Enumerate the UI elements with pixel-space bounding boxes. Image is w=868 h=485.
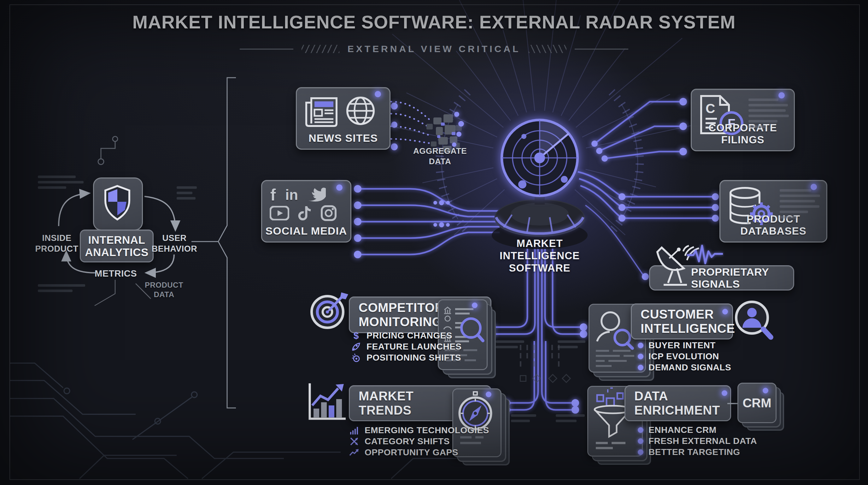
bullet-opportunity-gaps: OPPORTUNITY GAPS [349, 447, 458, 458]
competitor-corner-dot [472, 303, 477, 308]
bullet-better-targeting: BETTER TARGETING [638, 447, 740, 457]
customer-intelligence-title: CUSTOMER INTELLIGENCE [632, 304, 732, 339]
subtitle-right-hatch [529, 45, 566, 53]
facebook-icon: f [270, 186, 276, 204]
competitor-target-icon [308, 291, 349, 332]
bullet-dot [638, 343, 644, 348]
globe-icon [345, 95, 376, 126]
bullet-dot [638, 365, 644, 370]
decorative-glyphs [520, 375, 540, 382]
bullet-dot [638, 438, 644, 444]
bullet-emerging-technologies: EMERGING TECHNOLOGIES [349, 425, 489, 436]
newspaper-icon [304, 96, 342, 129]
inside-product-label: INSIDE PRODUCT [32, 233, 82, 255]
metrics-label: METRICS [95, 268, 135, 279]
bullet-category-shifts: CATEGORY SHIFTS [349, 436, 450, 447]
subtitle-right-line [575, 49, 628, 50]
crossed-arrows-icon [349, 436, 360, 447]
database-text-lines [780, 189, 821, 221]
product-data-label: PRODUCT DATA [144, 280, 185, 299]
subtitle-row: EXTERNAL VIEW CRITICAL [0, 44, 868, 54]
twitter-icon [308, 187, 326, 202]
instagram-icon [321, 205, 337, 221]
trends-compass-card [452, 389, 501, 457]
databases-corner-dot [811, 184, 817, 190]
decorative-glyphs [550, 375, 569, 382]
mini-bars-icon [349, 425, 360, 436]
decorative-text-block [38, 176, 85, 192]
decorative-text-block [177, 186, 199, 202]
tiktok-icon [298, 205, 312, 221]
internal-analytics-box: INTERNAL ANALYTICS [80, 230, 154, 262]
internal-analytics-label: INTERNAL ANALYTICS [81, 232, 153, 260]
corporate-filings-box: C F CORPORATE FILINGS [691, 89, 795, 151]
bullet-buyer-intent: BUYER INTENT [638, 340, 716, 350]
bullet-dot [638, 449, 644, 455]
enrichment-corner-dot [722, 390, 727, 396]
circuit-decoration [98, 136, 118, 165]
aggregate-data-label: AGGREGATE DATA [413, 146, 467, 166]
decorative-text-block [556, 414, 586, 425]
product-databases-box: PRODUCT DATABASES [719, 180, 827, 242]
customer-magnifier-icon [734, 299, 775, 343]
trend-arrow-icon [349, 447, 360, 458]
market-trends-title: MARKET TRENDS [350, 386, 443, 421]
decorative-text-block [511, 414, 538, 425]
decorative-text-block [558, 340, 588, 351]
crm-corner-dot [763, 388, 768, 394]
customer-corner-dot [722, 309, 728, 314]
bullet-enhance-crm: ENHANCE CRM [638, 425, 717, 435]
social-icons-row-1: f in [270, 186, 326, 204]
bullet-icp-evolution: ICP EVOLUTION [638, 351, 719, 362]
data-enrichment-title: DATA ENRICHMENT [625, 386, 730, 421]
shield-icon [101, 184, 133, 223]
bullet-feature-launches: FEATURE LAUNCHES [351, 341, 461, 352]
subtitle-left-hatch [302, 45, 339, 53]
social-icons-row-2 [270, 205, 337, 221]
bullet-demand-signals: DEMAND SIGNALS [638, 363, 731, 373]
rocket-icon [351, 341, 362, 352]
social-media-label: SOCIAL MEDIA [262, 225, 350, 237]
news-corner-dot [375, 91, 381, 97]
infographic-canvas: MARKET INTELLIGENCE SOFTWARE: EXTERNAL R… [0, 0, 868, 485]
dollar-icon: $ [353, 330, 359, 341]
crm-card: CRM [737, 383, 777, 423]
corporate-text-lines [748, 98, 789, 131]
social-corner-dot [336, 184, 343, 191]
bullet-dot [638, 354, 644, 359]
subtitle-left-line [240, 49, 293, 50]
user-behavior-label: USER BEHAVIOR [151, 233, 198, 255]
bullet-positioning-shifts: POSITIONING SHIFTS [351, 352, 461, 363]
decorative-text-block [496, 340, 526, 351]
linkedin-icon: in [285, 186, 298, 203]
group-bracket [191, 78, 236, 408]
data-enrichment-box: DATA ENRICHMENT [624, 385, 731, 421]
market-intelligence-software-label: MARKET INTELLIGENCE SOFTWARE [497, 237, 582, 275]
customer-intelligence-box: CUSTOMER INTELLIGENCE [631, 304, 733, 339]
positioning-icon [351, 352, 362, 363]
compass-icon [453, 389, 499, 454]
bullet-dot [638, 427, 644, 433]
bullet-pricing-changes: $ PRICING CHANGES [351, 330, 452, 341]
page-title: MARKET INTELLIGENCE SOFTWARE: EXTERNAL R… [0, 11, 868, 32]
internal-analytics-shield-box [93, 177, 143, 230]
news-sites-label: NEWS SITES [297, 132, 390, 144]
svg-text:C: C [706, 101, 715, 116]
bullet-fresh-external-data: FRESH EXTERNAL DATA [638, 436, 757, 446]
trend-chart-icon [305, 381, 352, 423]
page-subtitle: EXTERNAL VIEW CRITICAL [348, 44, 520, 54]
crm-label: CRM [742, 396, 771, 410]
decorative-text-block [38, 284, 88, 295]
youtube-icon [270, 206, 289, 220]
signal-waveform-icon [686, 244, 724, 266]
trends-corner-dot [486, 392, 491, 397]
corporate-corner-dot [778, 92, 785, 98]
